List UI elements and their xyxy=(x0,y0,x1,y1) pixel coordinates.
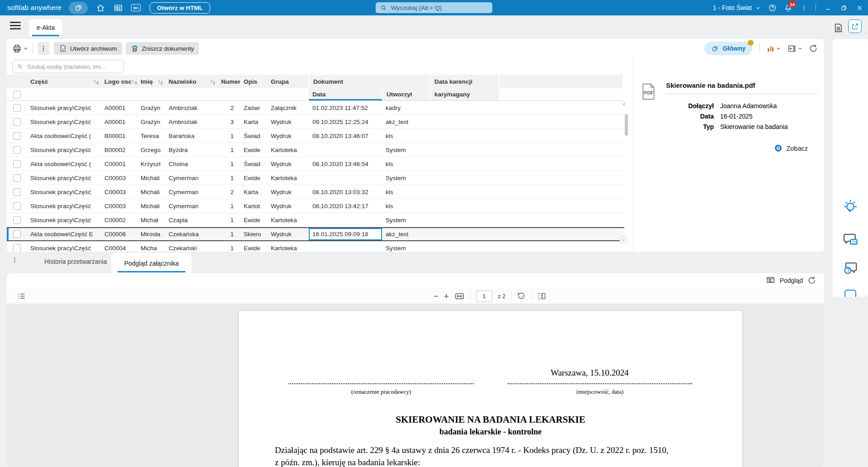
cell-imie[interactable]: Grzego xyxy=(137,143,165,157)
table-row[interactable]: Stosunek pracy\CzęśćB00002GrzegoByzdra1E… xyxy=(7,143,624,157)
cell-czesc[interactable]: Stosunek pracy\Część xyxy=(27,171,101,185)
row-checkbox[interactable] xyxy=(13,160,21,168)
cell-opis[interactable]: Ewide xyxy=(240,241,267,252)
cell-nazwisko[interactable]: Czekański xyxy=(165,241,217,252)
column-header-numer[interactable]: Numer xyxy=(217,75,240,88)
cell-czesc[interactable]: Stosunek pracy\Część xyxy=(27,115,101,129)
cell-opis[interactable]: Zaświ xyxy=(240,101,267,114)
cell-opis[interactable]: Kartot xyxy=(240,199,267,213)
cell-data[interactable]: 01.02.2023 11:47:52 xyxy=(309,101,382,114)
table-row[interactable]: Akta osobowe\Część (C00001KrzysztChoina1… xyxy=(7,157,624,171)
row-checkbox[interactable] xyxy=(13,174,21,182)
table-row[interactable]: Stosunek pracy\CzęśćC00003MichaliCymerma… xyxy=(7,199,624,213)
table-row[interactable]: Stosunek pracy\CzęśćA00001GrażynAmbrozia… xyxy=(7,115,624,129)
column-group-dokument[interactable]: Dokument xyxy=(309,75,430,88)
table-row[interactable]: Stosunek pracy\CzęśćC00002MichałCzapla1E… xyxy=(7,213,624,227)
restore-button[interactable] xyxy=(840,4,848,12)
cell-czesc[interactable]: Stosunek pracy\Część xyxy=(27,101,101,114)
cell-logo[interactable]: C00003 xyxy=(101,171,137,185)
row-checkbox[interactable] xyxy=(13,104,21,112)
cell-utworzyl[interactable]: kls xyxy=(382,185,430,199)
row-checkbox[interactable] xyxy=(13,188,21,196)
cell-numer[interactable]: 1 xyxy=(217,241,240,252)
cell-logo[interactable]: C00003 xyxy=(101,185,137,199)
row-checkbox-cell[interactable] xyxy=(7,241,27,252)
cell-utworzyl[interactable]: akz_test xyxy=(382,228,430,240)
column-header-czesc[interactable]: Część ↑4 xyxy=(27,75,101,88)
cell-logo[interactable]: C00004 xyxy=(101,241,137,252)
cell-utworzyl[interactable]: System xyxy=(382,241,430,252)
cell-opis[interactable]: Skiero xyxy=(240,228,267,240)
cell-data[interactable]: 08.10.2020 13:46:07 xyxy=(309,129,382,143)
cell-imie[interactable]: Krzyszt xyxy=(137,157,165,171)
cell-opis[interactable]: Ewide xyxy=(240,143,267,157)
cell-kary[interactable] xyxy=(430,129,499,143)
cell-data[interactable]: 09.10.2025 12:25:24 xyxy=(309,115,382,129)
panel-layout-button[interactable] xyxy=(787,44,802,53)
cell-logo[interactable]: C00006 xyxy=(101,228,137,240)
table-row[interactable]: Akta osobowe\Część EC00006MirosłaCzekańs… xyxy=(7,227,624,241)
open-in-html-button[interactable]: Otwórz w HTML xyxy=(150,2,210,14)
cell-data[interactable]: 16.01.2025 09:09:18 xyxy=(309,228,382,240)
cell-kary[interactable] xyxy=(430,213,499,227)
refresh-button[interactable] xyxy=(809,44,818,53)
page-number-input[interactable] xyxy=(476,291,492,302)
cell-logo[interactable]: A00001 xyxy=(101,115,137,129)
column-header-opis[interactable]: Opis xyxy=(240,75,267,88)
page-layout-button[interactable] xyxy=(537,291,547,301)
cell-data[interactable]: 08.10.2020 13:03:32 xyxy=(309,185,382,199)
create-archive-button[interactable]: Utwórz archiwum xyxy=(54,42,122,55)
cell-imie[interactable]: Michał xyxy=(137,213,165,227)
cell-utworzyl[interactable]: kls xyxy=(382,129,430,143)
cell-data[interactable]: 08.10.2020 13:46:54 xyxy=(309,157,382,171)
cell-czesc[interactable]: Akta osobowe\Część E xyxy=(27,228,101,240)
cell-imie[interactable]: Grażyn xyxy=(137,101,165,114)
cell-opis[interactable]: Świad xyxy=(240,157,267,171)
column-header-data[interactable]: Data xyxy=(309,88,382,100)
cell-imie[interactable]: Grażyn xyxy=(137,115,165,129)
table-row[interactable]: Stosunek pracy\CzęśćC00003MichaliCymerma… xyxy=(7,185,624,199)
cell-numer[interactable]: 1 xyxy=(217,157,240,171)
pdf-viewer-area[interactable]: Warszawa, 15.10.2024 (oznaczenie pracoda… xyxy=(7,304,824,467)
company-selector[interactable]: 1 - Foto Świat xyxy=(713,4,760,11)
row-checkbox-cell[interactable] xyxy=(7,228,27,240)
cell-numer[interactable]: 1 xyxy=(217,129,240,143)
cell-logo[interactable]: C00003 xyxy=(101,199,137,213)
notifications-button[interactable]: 14 xyxy=(784,4,792,12)
cell-grupa[interactable]: Wydruk xyxy=(267,157,309,171)
cell-data[interactable] xyxy=(309,213,382,227)
apps-button[interactable] xyxy=(69,2,88,14)
cell-opis[interactable]: Karta xyxy=(240,185,267,199)
help-button[interactable] xyxy=(768,4,776,12)
cell-logo[interactable]: C00002 xyxy=(101,213,137,227)
person-search-input[interactable] xyxy=(26,63,118,71)
zoom-out-button[interactable]: − xyxy=(434,292,439,300)
column-header-utworzyl[interactable]: Utworzył xyxy=(382,88,430,100)
tab-historia-przetwarzania[interactable]: Historia przetwarzania xyxy=(44,258,107,265)
minimize-button[interactable] xyxy=(824,4,832,12)
cell-grupa[interactable]: Wydruk xyxy=(267,185,309,199)
table-row[interactable]: Stosunek pracy\CzęśćC00003MichaliCymerma… xyxy=(7,171,624,185)
cell-opis[interactable]: Ewide xyxy=(240,171,267,185)
row-checkbox-cell[interactable] xyxy=(7,101,27,114)
share-button[interactable] xyxy=(848,19,862,33)
column-header-nazwisko[interactable]: Nazwisko ↑1 xyxy=(165,75,217,88)
row-checkbox-cell[interactable] xyxy=(7,129,27,143)
row-checkbox-cell[interactable] xyxy=(7,199,27,213)
cell-data[interactable] xyxy=(309,171,382,185)
document-list-button[interactable] xyxy=(833,23,844,33)
cell-logo[interactable]: B00002 xyxy=(101,143,137,157)
destroy-documents-button[interactable]: Zniszcz dokumenty xyxy=(126,42,199,55)
select-all-checkbox[interactable] xyxy=(13,91,21,99)
person-search[interactable] xyxy=(12,60,124,73)
table-scrollbar-thumb[interactable] xyxy=(625,114,628,136)
cell-grupa[interactable]: Załącznik xyxy=(267,101,309,114)
table-scroll-down-button[interactable] xyxy=(620,236,627,243)
cell-utworzyl[interactable]: System xyxy=(382,143,430,157)
cell-czesc[interactable]: Stosunek pracy\Część xyxy=(27,199,101,213)
fit-width-button[interactable] xyxy=(454,291,465,301)
cell-numer[interactable]: 2 xyxy=(217,101,240,114)
preview-refresh-button[interactable] xyxy=(807,276,816,285)
cell-grupa[interactable]: Kartoteka xyxy=(267,171,309,185)
cell-data[interactable]: 08.10.2020 13:42:17 xyxy=(309,199,382,213)
